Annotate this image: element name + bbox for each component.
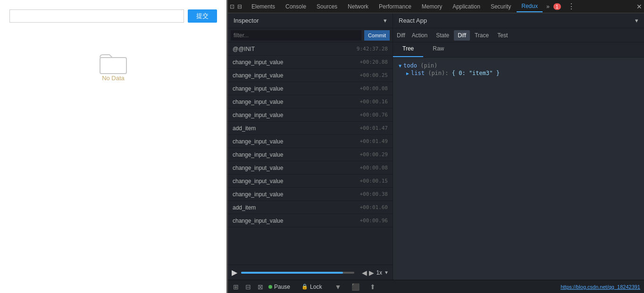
- tab-action[interactable]: Action: [408, 30, 431, 41]
- progress-track[interactable]: [241, 272, 354, 274]
- action-time: +00:20.88: [360, 59, 388, 65]
- action-row[interactable]: change_input_value +00:00.29: [228, 148, 393, 161]
- filter-input[interactable]: [231, 30, 361, 41]
- lock-button[interactable]: 🔒 Lock: [301, 284, 322, 290]
- detail-tabs: Diff Action State Diff Trace Test: [393, 28, 644, 42]
- action-row[interactable]: change_input_value +00:00.25: [228, 69, 393, 82]
- tab-elements[interactable]: Elements: [247, 1, 280, 12]
- action-row[interactable]: change_input_value +00:01.49: [228, 135, 393, 148]
- diff-section-label: Diff: [397, 32, 405, 39]
- action-time: +00:00.29: [360, 151, 388, 158]
- action-row[interactable]: change_input_value +00:00.08: [228, 161, 393, 175]
- action-time: +00:00.15: [360, 178, 388, 184]
- no-data-icon: [99, 51, 127, 75]
- bottom-url-link[interactable]: https://blog.csdn.net/qq_18242391: [560, 284, 640, 290]
- subtab-raw[interactable]: Raw: [423, 42, 453, 57]
- action-time: +00:00.08: [360, 85, 388, 92]
- action-name: change_input_value: [233, 59, 283, 66]
- app-panel: 提交 No Data: [0, 0, 226, 293]
- speed-next-button[interactable]: ▶: [369, 269, 374, 276]
- action-list: @@INIT 9:42:37.28 change_input_value +00…: [228, 42, 393, 265]
- inspector-dropdown[interactable]: ▾: [384, 17, 387, 24]
- tab-state[interactable]: State: [432, 30, 453, 41]
- bottom-icon-1[interactable]: ⊞: [232, 283, 240, 291]
- tab-sources[interactable]: Sources: [312, 1, 342, 12]
- bottom-icon-2[interactable]: ⊟: [244, 283, 252, 291]
- tab-console[interactable]: Console: [281, 1, 311, 12]
- tree-value-list: { 0: "item3" }: [449, 70, 500, 76]
- devtools-close-button[interactable]: ✕: [636, 3, 642, 10]
- filter-row: Commit: [228, 28, 393, 42]
- action-name: add_item: [233, 125, 256, 132]
- pause-button[interactable]: Pause: [268, 284, 290, 290]
- tab-redux[interactable]: Redux: [517, 1, 543, 12]
- no-data-area: No Data: [99, 51, 127, 82]
- action-row[interactable]: add_item +00:01.47: [228, 122, 393, 135]
- speed-dropdown[interactable]: ▼: [384, 270, 389, 275]
- action-row[interactable]: add_item +00:01.60: [228, 201, 393, 214]
- pause-dot: [268, 285, 272, 289]
- action-row[interactable]: change_input_value +00:00.96: [228, 214, 393, 227]
- action-row[interactable]: @@INIT 9:42:37.28: [228, 42, 393, 56]
- lock-icon: 🔒: [301, 284, 308, 290]
- tab-more[interactable]: »: [544, 1, 552, 12]
- action-time: +00:00.96: [360, 218, 388, 224]
- action-time: +00:01.60: [360, 204, 388, 210]
- lock-label: Lock: [310, 284, 322, 290]
- devtools-menu-dots[interactable]: ⋮: [565, 2, 578, 11]
- svg-rect-0: [100, 58, 126, 74]
- action-row[interactable]: change_input_value +00:20.88: [228, 56, 393, 69]
- react-app-title: React App: [399, 17, 427, 24]
- action-row[interactable]: change_input_value +00:00.16: [228, 95, 393, 109]
- play-button[interactable]: ▶: [232, 268, 237, 277]
- tab-test[interactable]: Test: [493, 30, 511, 41]
- tab-network[interactable]: Network: [343, 1, 373, 12]
- speed-controls: ◀ ▶ 1x ▼: [362, 269, 389, 276]
- inspector-detail: React App ▾ Diff Action State Diff Trace…: [393, 13, 644, 280]
- error-badge: 1: [553, 3, 561, 10]
- action-time: +00:00.08: [360, 165, 388, 171]
- action-row[interactable]: change_input_value +00:00.76: [228, 109, 393, 122]
- commit-button[interactable]: Commit: [364, 30, 390, 41]
- react-app-dropdown[interactable]: ▾: [635, 17, 638, 24]
- tree-pin-todo: (pin): [417, 62, 437, 69]
- speed-value: 1x: [376, 269, 382, 276]
- action-name: change_input_value: [233, 178, 283, 184]
- tree-key-list: list: [411, 70, 425, 76]
- playback-bar: ▶ ◀ ▶ 1x ▼: [228, 265, 393, 280]
- action-time: 9:42:37.28: [357, 46, 388, 52]
- bottom-icon-6[interactable]: ⬆: [368, 283, 377, 291]
- tab-application[interactable]: Application: [448, 1, 485, 12]
- app-text-input[interactable]: [9, 9, 184, 23]
- bottom-icon-5[interactable]: ⬛: [350, 283, 361, 291]
- devtools-top-tabs: ⊡ ⊟ Elements Console Sources Network Per…: [228, 0, 644, 13]
- action-row[interactable]: change_input_value +00:00.15: [228, 175, 393, 188]
- app-submit-button[interactable]: 提交: [188, 9, 217, 23]
- tab-memory[interactable]: Memory: [417, 1, 447, 12]
- tree-expand-todo[interactable]: ▼: [399, 63, 401, 68]
- tab-diff[interactable]: Diff: [454, 30, 470, 41]
- tab-performance[interactable]: Performance: [374, 1, 416, 12]
- tree-expand-list[interactable]: ▶: [406, 71, 409, 76]
- speed-prev-button[interactable]: ◀: [362, 269, 367, 276]
- bottom-icon-3[interactable]: ⊠: [256, 283, 265, 291]
- action-name: @@INIT: [233, 46, 255, 52]
- tree-child-line: ▶ list (pin): { 0: "item3" }: [406, 70, 638, 76]
- progress-fill: [241, 272, 343, 274]
- action-time: +00:00.25: [360, 72, 388, 78]
- action-name: change_input_value: [233, 151, 283, 158]
- undock-icon[interactable]: ⊟: [237, 3, 242, 10]
- action-row[interactable]: change_input_value +00:00.38: [228, 188, 393, 201]
- tree-content: ▼ todo (pin) ▶ list (pin): { 0: "item3" …: [393, 58, 644, 280]
- tab-security[interactable]: Security: [486, 1, 516, 12]
- subtab-tree[interactable]: Tree: [393, 42, 423, 57]
- bottom-icon-4[interactable]: ▼: [333, 283, 343, 291]
- action-name: change_input_value: [233, 85, 283, 92]
- action-row[interactable]: change_input_value +00:00.08: [228, 82, 393, 95]
- app-input-row: 提交: [9, 9, 217, 23]
- action-name: add_item: [233, 204, 256, 211]
- action-time: +00:01.49: [360, 138, 388, 144]
- action-name: change_input_value: [233, 218, 283, 224]
- dock-icon[interactable]: ⊡: [230, 3, 234, 10]
- tab-trace[interactable]: Trace: [471, 30, 493, 41]
